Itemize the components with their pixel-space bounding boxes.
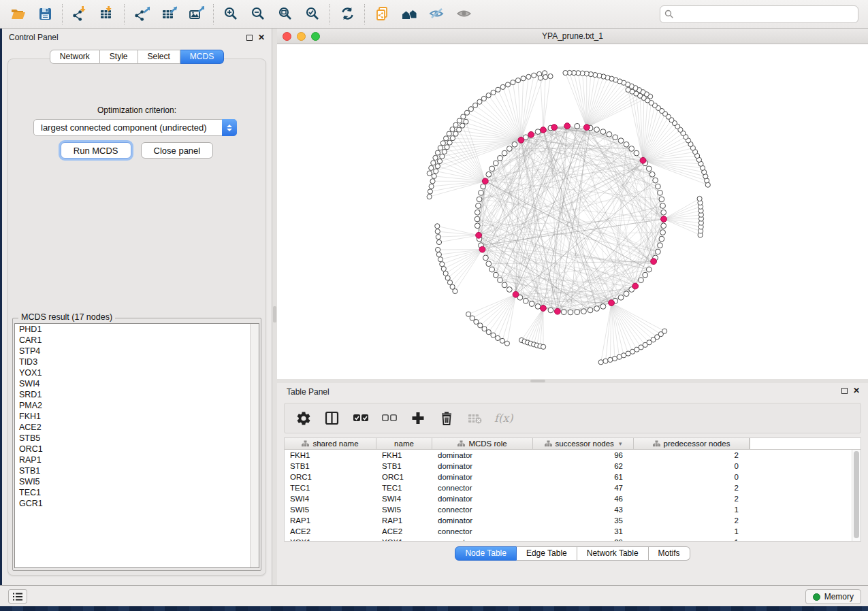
table-row[interactable]: SWI4SWI4dominator462 bbox=[285, 493, 861, 504]
table-row[interactable]: STB1STB1dominator620 bbox=[285, 461, 861, 472]
mcds-result-item[interactable]: STB5 bbox=[15, 433, 259, 444]
memory-button[interactable]: Memory bbox=[805, 589, 861, 604]
mcds-result-item[interactable]: ORC1 bbox=[15, 444, 259, 455]
zoom-fit-button[interactable] bbox=[272, 3, 299, 26]
table-panel-title: Table Panel bbox=[287, 387, 329, 397]
table-cell: ACE2 bbox=[285, 526, 376, 537]
task-history-button[interactable] bbox=[8, 589, 27, 604]
table-row[interactable]: RAP1RAP1dominator352 bbox=[285, 515, 861, 526]
column-header-MCDS-role[interactable]: MCDS role bbox=[432, 438, 533, 449]
tab-style[interactable]: Style bbox=[100, 50, 138, 64]
mcds-result-item[interactable]: ACE2 bbox=[15, 422, 259, 433]
clone-network-button[interactable] bbox=[368, 3, 396, 26]
select-all-rows-icon bbox=[353, 410, 368, 426]
column-header-shared-name[interactable]: shared name bbox=[285, 438, 376, 449]
table-cell: connector bbox=[432, 537, 533, 542]
mcds-result-item[interactable]: SWI4 bbox=[15, 378, 259, 389]
table-row[interactable]: SWI5SWI5connector431 bbox=[285, 504, 861, 515]
zoom-selected-button[interactable] bbox=[299, 3, 326, 26]
toolbar-separator bbox=[329, 4, 330, 24]
tab-mcds[interactable]: MCDS bbox=[180, 50, 224, 64]
mcds-result-item[interactable]: TEC1 bbox=[15, 487, 259, 498]
mcds-result-item[interactable]: RAP1 bbox=[15, 455, 259, 465]
delete-column-button[interactable] bbox=[437, 410, 455, 427]
show-all-icon bbox=[456, 6, 472, 22]
network-window-titlebar[interactable]: YPA_prune.txt_1 bbox=[277, 29, 868, 44]
import-table-button[interactable] bbox=[93, 3, 120, 26]
table-row[interactable]: TEC1TEC1connector472 bbox=[285, 482, 861, 493]
save-session-button[interactable] bbox=[31, 3, 59, 26]
search-icon bbox=[664, 10, 674, 22]
delete-table-button[interactable] bbox=[466, 410, 483, 427]
network-graph bbox=[277, 44, 868, 379]
mcds-result-item[interactable]: STB1 bbox=[15, 465, 259, 476]
table-cell: connector bbox=[432, 526, 533, 537]
close-table-panel-icon[interactable]: ✕ bbox=[853, 388, 860, 394]
tab-network[interactable]: Network bbox=[50, 50, 100, 64]
search-input[interactable] bbox=[660, 5, 858, 23]
column-header-successor-nodes[interactable]: successor nodes▾ bbox=[533, 438, 634, 449]
tab-motifs[interactable]: Motifs bbox=[649, 546, 690, 561]
float-window-icon[interactable] bbox=[246, 35, 253, 41]
mcds-result-item[interactable]: STP4 bbox=[15, 346, 259, 357]
mcds-result-item[interactable]: SRD1 bbox=[15, 389, 259, 400]
table-cell: 2 bbox=[634, 482, 750, 493]
column-header-name[interactable]: name bbox=[376, 438, 432, 449]
tab-node-table[interactable]: Node Table bbox=[455, 546, 517, 561]
select-all-rows-button[interactable] bbox=[351, 410, 369, 427]
deselect-all-rows-button[interactable] bbox=[380, 410, 398, 427]
close-panel-icon[interactable]: ✕ bbox=[258, 35, 265, 41]
export-table-button[interactable] bbox=[155, 3, 182, 26]
open-file-button[interactable] bbox=[4, 3, 31, 26]
column-layout-button[interactable] bbox=[323, 410, 340, 427]
run-mcds-button[interactable]: Run MCDS bbox=[61, 142, 131, 159]
zoom-in-button[interactable] bbox=[217, 3, 244, 26]
delete-table-icon bbox=[467, 410, 483, 426]
table-cell: 2 bbox=[634, 450, 750, 461]
network-view-canvas[interactable] bbox=[277, 44, 868, 379]
mcds-result-item[interactable]: TID3 bbox=[15, 357, 259, 367]
mcds-result-item[interactable]: FKH1 bbox=[15, 411, 259, 422]
table-scrollbar[interactable] bbox=[852, 450, 861, 541]
optimization-criterion-dropdown[interactable]: largest connected component (undirected) bbox=[33, 119, 237, 136]
add-column-button[interactable] bbox=[408, 410, 426, 427]
show-all-button[interactable] bbox=[450, 3, 477, 26]
mcds-result-item[interactable]: GCR1 bbox=[15, 498, 259, 509]
table-row[interactable]: FKH1FKH1dominator962 bbox=[285, 450, 861, 461]
tab-network-table[interactable]: Network Table bbox=[577, 546, 649, 561]
table-cell: ACE2 bbox=[376, 526, 432, 537]
hide-selected-button[interactable] bbox=[423, 3, 450, 26]
column-namespace-icon bbox=[302, 440, 309, 447]
mcds-result-list[interactable]: PHD1CAR1STP4TID3YOX1SWI4SRD1PMA2FKH1ACE2… bbox=[14, 323, 259, 568]
mcds-result-item[interactable]: SWI5 bbox=[15, 476, 259, 487]
export-image-button[interactable] bbox=[182, 3, 210, 26]
refresh-button[interactable] bbox=[334, 3, 361, 26]
zoom-out-button[interactable] bbox=[244, 3, 272, 26]
column-header-predecessor-nodes[interactable]: predecessor nodes bbox=[634, 438, 750, 449]
mcds-result-item[interactable]: YOX1 bbox=[15, 367, 259, 378]
float-table-panel-icon[interactable] bbox=[841, 388, 848, 394]
table-settings-button[interactable] bbox=[294, 410, 312, 427]
table-cell: 35 bbox=[533, 515, 634, 526]
tab-edge-table[interactable]: Edge Table bbox=[517, 546, 577, 561]
mcds-list-scrollbar[interactable] bbox=[250, 324, 259, 567]
tab-select[interactable]: Select bbox=[138, 50, 180, 64]
mcds-result-groupbox: MCDS result (17 nodes) PHD1CAR1STP4TID3Y… bbox=[12, 318, 261, 571]
function-builder-button[interactable]: f(x) bbox=[494, 410, 513, 427]
first-neighbors-icon bbox=[402, 6, 417, 22]
table-row[interactable]: YOX1YOX1connector291 bbox=[285, 537, 861, 542]
close-panel-button[interactable]: Close panel bbox=[141, 142, 214, 159]
table-header-row: shared namenameMCDS rolesuccessor nodes▾… bbox=[285, 438, 861, 450]
first-neighbors-button[interactable] bbox=[396, 3, 423, 26]
table-row[interactable]: ACE2ACE2connector311 bbox=[285, 526, 861, 537]
table-cell: ORC1 bbox=[376, 472, 432, 482]
vertical-splitter[interactable] bbox=[272, 29, 277, 585]
memory-status-icon bbox=[813, 593, 820, 601]
mcds-result-item[interactable]: PMA2 bbox=[15, 400, 259, 411]
toolbar-separator bbox=[213, 4, 214, 24]
mcds-result-item[interactable]: CAR1 bbox=[15, 335, 259, 346]
table-row[interactable]: ORC1ORC1dominator610 bbox=[285, 472, 861, 482]
import-network-button[interactable] bbox=[66, 3, 93, 26]
mcds-result-item[interactable]: PHD1 bbox=[15, 324, 259, 335]
export-network-button[interactable] bbox=[128, 3, 155, 26]
